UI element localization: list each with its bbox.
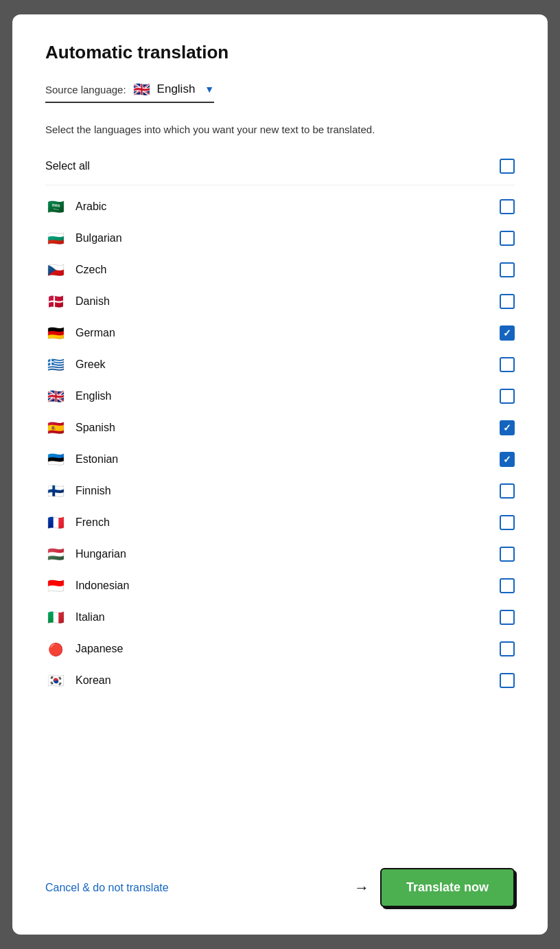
language-left: 🇫🇷French: [45, 516, 110, 529]
language-row: 🇪🇸Spanish: [45, 412, 515, 444]
language-row: 🇪🇪Estonian: [45, 444, 515, 475]
checkbox-el[interactable]: [500, 357, 515, 372]
language-name-ja: Japanese: [75, 643, 123, 655]
language-name-en: English: [75, 390, 111, 402]
language-row: 🇰🇷Korean: [45, 665, 515, 696]
modal-footer: Cancel & do not translate → Translate no…: [45, 849, 515, 907]
language-left: 🇮🇹Italian: [45, 610, 105, 624]
language-name-et: Estonian: [75, 453, 118, 466]
checkbox-en[interactable]: [500, 389, 515, 404]
flag-fi: 🇫🇮: [45, 484, 66, 498]
select-all-row: Select all: [45, 152, 515, 185]
language-name-de: German: [75, 327, 115, 339]
checkbox-ja[interactable]: [500, 641, 515, 656]
language-row: 🇩🇰Danish: [45, 286, 515, 317]
language-left: 🇪🇪Estonian: [45, 453, 118, 466]
language-left: 🇪🇸Spanish: [45, 421, 115, 435]
checkbox-cs[interactable]: [500, 262, 515, 277]
language-row: 🇧🇬Bulgarian: [45, 222, 515, 254]
language-left: 🇫🇮Finnish: [45, 484, 111, 498]
language-name-ar: Arabic: [75, 201, 106, 213]
language-left: 🇮🇩Indonesian: [45, 579, 129, 593]
language-name-da: Danish: [75, 295, 110, 308]
checkbox-hu[interactable]: [500, 547, 515, 562]
automatic-translation-modal: Automatic translation Source language: 🇬…: [12, 14, 548, 935]
language-row: 🇬🇧English: [45, 380, 515, 412]
checkbox-ko[interactable]: [500, 673, 515, 688]
flag-ar: 🇸🇦: [45, 200, 66, 214]
source-language-value[interactable]: English: [157, 82, 196, 96]
checkbox-id[interactable]: [500, 578, 515, 593]
flag-ja: 🔴: [45, 642, 66, 656]
flag-et: 🇪🇪: [45, 453, 66, 466]
language-rows: 🇸🇦Arabic🇧🇬Bulgarian🇨🇿Czech🇩🇰Danish🇩🇪Germ…: [45, 191, 515, 696]
language-left: 🇸🇦Arabic: [45, 200, 106, 214]
language-left: 🇧🇬Bulgarian: [45, 231, 122, 245]
flag-es: 🇪🇸: [45, 421, 66, 435]
checkbox-ar[interactable]: [500, 199, 515, 214]
language-row: 🇮🇩Indonesian: [45, 570, 515, 602]
language-left: 🇰🇷Korean: [45, 674, 111, 687]
checkbox-bg[interactable]: [500, 231, 515, 246]
checkbox-es[interactable]: [500, 420, 515, 435]
flag-en: 🇬🇧: [45, 389, 66, 403]
language-list: Select all 🇸🇦Arabic🇧🇬Bulgarian🇨🇿Czech🇩🇰D…: [45, 152, 515, 838]
language-name-fi: Finnish: [75, 485, 111, 497]
footer-right: → Translate now: [354, 868, 515, 907]
language-name-fr: French: [75, 516, 110, 529]
flag-fr: 🇫🇷: [45, 516, 66, 529]
language-name-ko: Korean: [75, 674, 111, 687]
language-name-cs: Czech: [75, 264, 106, 276]
language-left: 🇩🇪German: [45, 326, 115, 340]
translate-now-button[interactable]: Translate now: [380, 868, 515, 907]
language-left: 🇩🇰Danish: [45, 295, 110, 308]
language-name-bg: Bulgarian: [75, 232, 122, 244]
flag-ko: 🇰🇷: [45, 674, 66, 687]
flag-el: 🇬🇷: [45, 358, 66, 371]
dropdown-arrow-icon[interactable]: ▼: [205, 84, 214, 95]
language-row: 🇫🇮Finnish: [45, 475, 515, 507]
flag-id: 🇮🇩: [45, 579, 66, 593]
language-row: 🇩🇪German: [45, 317, 515, 349]
cancel-link[interactable]: Cancel & do not translate: [45, 882, 169, 894]
checkbox-da[interactable]: [500, 294, 515, 309]
checkbox-et[interactable]: [500, 452, 515, 467]
language-name-el: Greek: [75, 358, 106, 371]
flag-cs: 🇨🇿: [45, 263, 66, 277]
checkbox-de[interactable]: [500, 325, 515, 341]
language-left: 🇬🇧English: [45, 389, 111, 403]
arrow-icon: →: [354, 879, 369, 897]
language-row: 🇸🇦Arabic: [45, 191, 515, 222]
language-left: 🇬🇷Greek: [45, 358, 106, 371]
language-row: 🔴Japanese: [45, 633, 515, 665]
flag-bg: 🇧🇬: [45, 231, 66, 245]
modal-title: Automatic translation: [45, 42, 515, 63]
checkbox-it[interactable]: [500, 610, 515, 625]
language-left: 🔴Japanese: [45, 642, 123, 656]
select-all-checkbox[interactable]: [500, 159, 515, 174]
language-row: 🇬🇷Greek: [45, 349, 515, 380]
flag-de: 🇩🇪: [45, 326, 66, 340]
language-row: 🇭🇺Hungarian: [45, 538, 515, 570]
subtitle-text: Select the languages into which you want…: [45, 122, 515, 138]
flag-da: 🇩🇰: [45, 295, 66, 308]
source-language-label: Source language:: [45, 84, 126, 95]
language-name-hu: Hungarian: [75, 548, 126, 560]
checkbox-fr[interactable]: [500, 515, 515, 530]
language-row: 🇫🇷French: [45, 507, 515, 538]
source-language-selector[interactable]: Source language: 🇬🇧 English ▼: [45, 82, 214, 103]
flag-hu: 🇭🇺: [45, 547, 66, 561]
language-left: 🇭🇺Hungarian: [45, 547, 126, 561]
select-all-label: Select all: [45, 160, 90, 172]
source-language-flag: 🇬🇧: [133, 82, 150, 96]
language-left: 🇨🇿Czech: [45, 263, 106, 277]
checkbox-fi[interactable]: [500, 483, 515, 499]
language-row: 🇮🇹Italian: [45, 602, 515, 633]
language-name-id: Indonesian: [75, 580, 129, 592]
language-name-es: Spanish: [75, 422, 115, 434]
language-row: 🇨🇿Czech: [45, 254, 515, 286]
flag-it: 🇮🇹: [45, 610, 66, 624]
language-name-it: Italian: [75, 611, 105, 624]
